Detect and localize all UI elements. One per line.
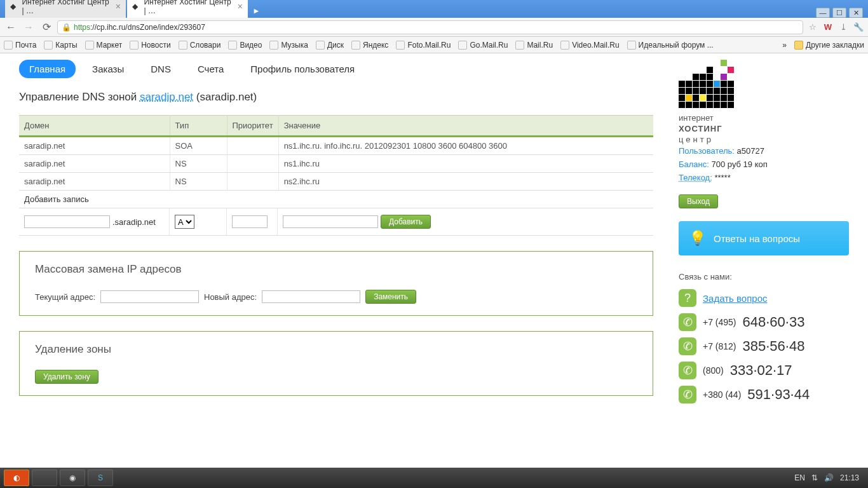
add-record-button[interactable]: Добавить — [381, 215, 431, 229]
extension-icon[interactable]: ⤓ — [837, 22, 849, 33]
zone-link[interactable]: saradip.net — [140, 91, 193, 103]
phone-row: ✆ (800) 333·02·17 — [679, 362, 849, 379]
user-value: a50727 — [737, 146, 764, 156]
bookmark-item[interactable]: Музыка — [269, 41, 308, 50]
th-value: Значение — [278, 116, 653, 137]
bookmark-favicon-icon — [627, 41, 636, 50]
extension-icon[interactable]: W — [822, 22, 834, 33]
replace-button[interactable]: Заменить — [365, 290, 416, 304]
phone-icon: ✆ — [679, 337, 696, 355]
bookmark-item[interactable]: Video.Mail.Ru — [560, 41, 619, 50]
user-label: Пользователь: — [679, 146, 735, 156]
new-ip-label: Новый адрес: — [204, 292, 257, 302]
cell-priority — [227, 173, 278, 191]
logo: интернет ХОСТИНГ центр — [679, 60, 739, 136]
tab-close-icon[interactable]: × — [116, 2, 121, 11]
bookmarks-overflow[interactable]: » — [782, 41, 787, 50]
address-bar: ← → ⟳ 🔒 https://cp.ihc.ru/dnsZone/index/… — [0, 18, 868, 37]
bookmark-item[interactable]: Почта — [4, 41, 36, 50]
maximize-button[interactable]: ☐ — [832, 8, 846, 18]
phone-icon: ✆ — [679, 313, 696, 331]
bookmark-item[interactable]: Диск — [316, 41, 344, 50]
record-name-input[interactable] — [24, 215, 110, 228]
lightbulb-icon: 💡 — [689, 230, 706, 247]
logo-line-2: ХОСТИНГ — [679, 124, 739, 135]
cell-domain: saradip.net — [19, 155, 170, 173]
top-nav: Главная Заказы DNS Счета Профиль пользов… — [19, 60, 653, 78]
logout-button[interactable]: Выход — [679, 194, 718, 208]
cell-priority — [227, 137, 278, 155]
mass-replace-title: Массовая замена IP адресов — [35, 263, 637, 276]
tab-close-icon[interactable]: × — [238, 2, 243, 11]
cell-value: ns2.ihc.ru — [278, 173, 653, 191]
back-button[interactable]: ← — [4, 20, 18, 34]
folder-icon — [794, 41, 803, 50]
forward-button[interactable]: → — [22, 20, 36, 34]
url-scheme: https — [74, 23, 90, 32]
minimize-button[interactable]: — — [816, 8, 830, 18]
record-value-input[interactable] — [283, 215, 378, 228]
bookmark-item[interactable]: Словари — [179, 41, 221, 50]
nav-orders[interactable]: Заказы — [82, 60, 134, 78]
url-field[interactable]: 🔒 https://cp.ihc.ru/dnsZone/index/293607 — [57, 20, 803, 34]
bookmark-favicon-icon — [44, 41, 53, 50]
phone-row: ✆ +7 (812) 385·56·48 — [679, 337, 849, 355]
bookmark-item[interactable]: Mail.Ru — [515, 41, 553, 50]
ask-question-link[interactable]: Задать вопрос — [703, 293, 767, 304]
cell-domain: saradip.net — [19, 137, 170, 155]
new-tab-button[interactable]: ▸ — [249, 3, 264, 18]
cell-type: NS — [170, 155, 227, 173]
reload-button[interactable]: ⟳ — [39, 20, 53, 34]
favicon-icon: ◆ — [10, 2, 18, 11]
balance-label: Баланс: — [679, 159, 709, 169]
browser-tabstrip: ◆ Интернет Хостинг Центр | … × ◆ Интерне… — [0, 0, 868, 18]
add-record-row: .saradip.net A Добавить — [19, 208, 653, 236]
telecode-value: ***** — [714, 173, 730, 182]
bookmarks-bar: Почта Карты Маркет Новости Словари Видео… — [0, 37, 868, 53]
current-ip-input[interactable] — [100, 290, 199, 303]
nav-profile[interactable]: Профиль пользователя — [240, 60, 365, 78]
sidebar: интернет ХОСТИНГ центр Пользователь: a50… — [679, 60, 849, 468]
bookmark-item[interactable]: Идеальный форум ... — [627, 41, 714, 50]
mass-replace-panel: Массовая замена IP адресов Текущий адрес… — [19, 251, 653, 316]
nav-invoices[interactable]: Счета — [187, 60, 234, 78]
user-info: Пользователь: a50727 Баланс: 700 руб 19 … — [679, 145, 849, 208]
nav-dns[interactable]: DNS — [140, 60, 181, 78]
balance-value: 700 руб 19 коп — [712, 159, 768, 169]
wrench-icon[interactable]: 🔧 — [853, 22, 864, 33]
phone-row: ✆ +380 (44) 591·93·44 — [679, 386, 849, 403]
record-type-select[interactable]: A — [175, 215, 194, 229]
other-bookmarks[interactable]: Другие закладки — [794, 41, 864, 50]
tab-title: Интернет Хостинг Центр | … — [22, 0, 111, 15]
browser-tab[interactable]: ◆ Интернет Хостинг Центр | … × — [5, 0, 126, 18]
bookmark-item[interactable]: Foto.Mail.Ru — [396, 41, 451, 50]
bookmark-item[interactable]: Видео — [228, 41, 262, 50]
delete-zone-panel: Удаление зоны Удалить зону — [19, 331, 653, 396]
contact-header: Связь с нами: — [679, 272, 849, 281]
bookmark-item[interactable]: Маркет — [85, 41, 123, 50]
telecode-link[interactable]: Телекод: — [679, 173, 712, 182]
bookmark-favicon-icon — [179, 41, 187, 50]
dns-table: Домен Тип Приоритет Значение saradip.net… — [19, 115, 653, 191]
record-priority-input[interactable] — [232, 215, 268, 228]
faq-button[interactable]: 💡 Ответы на вопросы — [679, 221, 849, 255]
bookmark-favicon-icon — [396, 41, 405, 50]
table-row: saradip.net SOA ns1.ihc.ru. info.ihc.ru.… — [19, 137, 653, 155]
delete-zone-button[interactable]: Удалить зону — [35, 370, 98, 384]
tab-title: Интернет Хостинг Центр | … — [144, 0, 233, 15]
bookmark-item[interactable]: Новости — [130, 41, 170, 50]
bookmark-favicon-icon — [85, 41, 94, 50]
table-row: saradip.net NS ns1.ihc.ru — [19, 155, 653, 173]
new-ip-input[interactable] — [262, 290, 360, 303]
bookmark-favicon-icon — [351, 41, 360, 50]
bookmark-item[interactable]: Яндекс — [351, 41, 388, 50]
nav-main[interactable]: Главная — [19, 60, 76, 78]
bookmark-star-icon[interactable]: ☆ — [807, 22, 818, 33]
bookmark-item[interactable]: Go.Mail.Ru — [458, 41, 508, 50]
close-button[interactable]: ✕ — [849, 8, 863, 18]
bookmark-item[interactable]: Карты — [44, 41, 77, 50]
cell-type: SOA — [170, 137, 227, 155]
cell-value: ns1.ihc.ru — [278, 155, 653, 173]
favicon-icon: ◆ — [132, 2, 140, 11]
browser-tab-active[interactable]: ◆ Интернет Хостинг Центр | … × — [127, 0, 248, 18]
